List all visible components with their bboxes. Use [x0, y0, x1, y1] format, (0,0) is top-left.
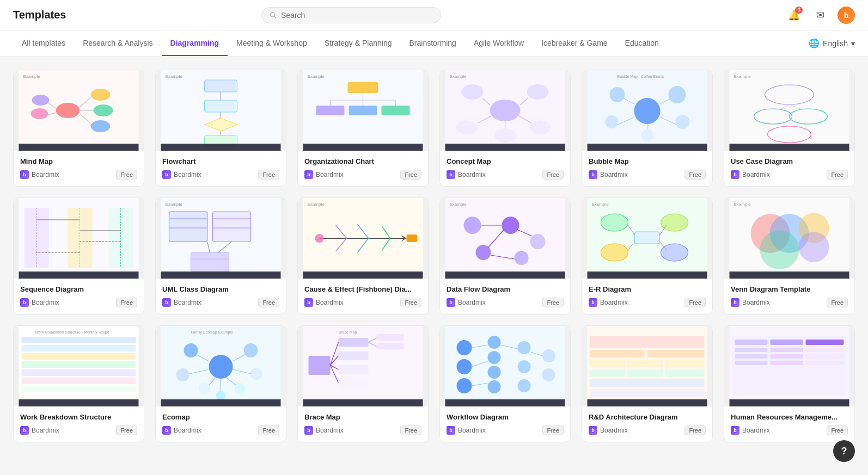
- tab-diagramming[interactable]: Diagramming: [162, 31, 228, 56]
- author-name: Boardmix: [174, 299, 201, 306]
- template-card-erdiagram[interactable]: Example E-R Diagram b Boardmix Free: [582, 198, 713, 314]
- svg-text:Example: Example: [166, 202, 183, 207]
- svg-rect-18: [205, 80, 237, 92]
- author-name: Boardmix: [600, 427, 628, 434]
- template-name: Use Case Diagram: [731, 157, 848, 165]
- template-author: b Boardmix: [447, 298, 486, 307]
- boardmix-logo: b: [447, 426, 455, 435]
- template-card-ecomap[interactable]: Family Ecomap Example Ecomap b: [155, 325, 286, 442]
- svg-point-162: [199, 383, 211, 394]
- svg-point-196: [488, 380, 501, 393]
- template-name: Cause & Effect (Fishbone) Dia...: [304, 285, 421, 293]
- tab-agile[interactable]: Agile Workflow: [465, 31, 533, 56]
- free-badge: Free: [827, 425, 848, 435]
- template-name: Mind Map: [20, 157, 137, 165]
- mail-button[interactable]: ✉: [811, 7, 829, 24]
- svg-point-116: [502, 217, 519, 234]
- svg-rect-229: [771, 348, 803, 352]
- template-info: Sequence Diagram b Boardmix Free: [14, 279, 144, 314]
- template-meta: b Boardmix Free: [162, 425, 279, 435]
- tab-meeting[interactable]: Meeting & Workshop: [228, 31, 316, 56]
- svg-text:Bubble Map - Coffee Beans: Bubble Map - Coffee Beans: [618, 75, 664, 79]
- template-name: Organizational Chart: [304, 157, 421, 165]
- template-card-bracemap[interactable]: Brace Map Brace Map b Boardmix: [297, 325, 429, 442]
- author-name: Boardmix: [174, 427, 201, 434]
- svg-rect-233: [806, 354, 844, 359]
- template-card-conceptmap[interactable]: Example Concept Map b Boardmix Free: [439, 70, 571, 187]
- svg-rect-186: [377, 334, 404, 341]
- svg-rect-148: [22, 345, 136, 351]
- template-card-usecasediagram[interactable]: Example Use Case Diagram b Boardmix Free: [724, 70, 855, 187]
- notification-button[interactable]: 🔔 3: [785, 7, 803, 24]
- template-meta: b Boardmix Free: [304, 298, 421, 307]
- language-selector[interactable]: 🌐 English ▾: [809, 30, 855, 56]
- boardmix-logo: b: [589, 298, 597, 307]
- boardmix-logo: b: [731, 170, 739, 179]
- template-card-flowchart[interactable]: Example Flowchart b Boardmix Free: [155, 70, 286, 187]
- template-card-sequencediagram[interactable]: Sequence Diagram b Boardmix Free: [13, 198, 144, 314]
- svg-rect-234: [806, 361, 844, 365]
- search-bar[interactable]: [261, 7, 441, 23]
- template-card-rndarch[interactable]: R&D Architecture Diagram b Boardmix Free: [582, 325, 713, 442]
- tab-icebreaker[interactable]: Icebreaker & Game: [533, 31, 616, 56]
- svg-rect-144: [730, 272, 849, 279]
- svg-point-117: [530, 234, 546, 249]
- template-author: b Boardmix: [731, 170, 770, 179]
- template-info: Data Flow Diagram b Boardmix Free: [440, 279, 570, 314]
- template-info: E-R Diagram b Boardmix Free: [582, 279, 712, 314]
- svg-rect-224: [771, 340, 803, 345]
- svg-rect-19: [205, 100, 237, 112]
- svg-point-190: [457, 340, 472, 355]
- boardmix-logo: b: [162, 170, 171, 179]
- tab-education[interactable]: Education: [616, 31, 668, 56]
- template-card-umlclass[interactable]: Example UML Class Diagram b Boardmix Fre…: [155, 198, 286, 314]
- avatar[interactable]: b: [838, 7, 855, 24]
- boardmix-logo: b: [162, 426, 171, 435]
- svg-rect-147: [22, 337, 136, 343]
- svg-point-8: [32, 95, 50, 106]
- svg-point-141: [760, 230, 799, 269]
- boardmix-logo: b: [304, 298, 313, 307]
- free-badge: Free: [116, 298, 137, 307]
- template-info: UML Class Diagram b Boardmix Free: [156, 279, 286, 314]
- author-name: Boardmix: [742, 299, 770, 306]
- boardmix-logo: b: [304, 170, 313, 179]
- template-card-workflow[interactable]: Workflow Diagram b Boardmix Free: [439, 325, 571, 442]
- template-meta: b Boardmix Free: [20, 425, 137, 435]
- svg-rect-28: [348, 82, 378, 93]
- template-card-orgchart[interactable]: Example Organizational Chart b Boardmix …: [297, 70, 429, 187]
- tab-strategy[interactable]: Strategy & Planning: [316, 31, 401, 56]
- template-preview-erdiagram: Example: [582, 198, 712, 279]
- template-card-venndiagram[interactable]: Example Venn Diagram Template b Boardmix…: [724, 198, 855, 314]
- template-card-dataflow[interactable]: Example Data Flow Diagram b Boardmix Fre…: [439, 198, 571, 314]
- boardmix-logo: b: [20, 298, 29, 307]
- svg-point-163: [235, 383, 246, 394]
- svg-point-160: [176, 368, 190, 381]
- template-name: Work Breakdown Structure: [20, 413, 137, 421]
- svg-point-115: [464, 217, 481, 234]
- svg-rect-89: [169, 212, 207, 242]
- template-preview-bracemap: Brace Map: [298, 326, 428, 406]
- template-card-mindmap[interactable]: Example Mind Map b Boardmix Free: [13, 70, 144, 187]
- boardmix-logo: b: [589, 426, 597, 435]
- search-input[interactable]: [281, 11, 433, 20]
- template-info: Venn Diagram Template b Boardmix Free: [724, 279, 854, 314]
- template-card-wbs[interactable]: Work Breakdown Structure - Monthly Scope…: [13, 325, 144, 442]
- free-badge: Free: [258, 298, 279, 307]
- svg-point-59: [641, 129, 653, 141]
- svg-text:Brace Map: Brace Map: [339, 330, 357, 335]
- svg-rect-34: [316, 106, 345, 115]
- template-card-hrmanage[interactable]: Human Resources Manageme... b Boardmix F…: [724, 325, 855, 442]
- svg-rect-154: [19, 399, 139, 406]
- template-name: Workflow Diagram: [447, 413, 564, 421]
- svg-point-45: [494, 128, 516, 143]
- template-author: b Boardmix: [20, 170, 59, 179]
- tab-research[interactable]: Research & Analysis: [74, 31, 161, 56]
- template-card-bubblemap[interactable]: Bubble Map - Coffee Beans Bubble Map b B…: [582, 70, 713, 187]
- tab-all[interactable]: All templates: [13, 31, 74, 56]
- template-author: b Boardmix: [589, 426, 628, 435]
- tab-brainstorming[interactable]: Brainstorming: [400, 31, 464, 56]
- template-card-fishbone[interactable]: Example Cause & Effect (Fishbone) Dia...…: [297, 198, 429, 314]
- svg-rect-227: [735, 354, 768, 359]
- template-preview-workflow: [440, 326, 570, 406]
